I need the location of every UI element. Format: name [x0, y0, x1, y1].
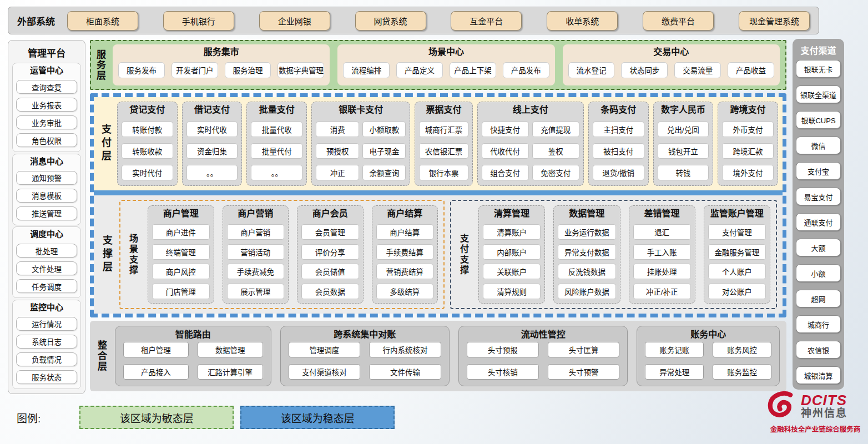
service-function-button[interactable]: 流水登记 — [568, 62, 615, 78]
service-function-button[interactable]: 状态同步 — [621, 62, 668, 78]
support-function-button[interactable]: 个人账户 — [708, 264, 766, 279]
payment-function-button[interactable]: 银行本票 — [419, 165, 468, 180]
payment-channel-button[interactable]: 微信 — [796, 137, 841, 154]
service-function-button[interactable]: 产品定义 — [396, 62, 443, 78]
payment-function-button[interactable]: 主扫支付 — [593, 122, 644, 137]
support-function-button[interactable]: 多级结算 — [376, 284, 434, 299]
payment-channel-button[interactable]: 超网 — [796, 290, 841, 307]
integration-function-button[interactable]: 行内系统核对 — [369, 342, 441, 357]
integration-function-button[interactable]: 账务记账 — [645, 342, 704, 357]
payment-function-button[interactable]: 电子现金 — [362, 143, 406, 159]
payment-function-button[interactable]: 预授权 — [316, 143, 359, 159]
management-menu-button[interactable]: 业务审批 — [16, 115, 77, 129]
support-function-button[interactable]: 业务运行数据 — [558, 224, 615, 240]
support-function-button[interactable]: 手工入账 — [633, 244, 691, 260]
payment-function-button[interactable]: 批量代收 — [251, 122, 302, 137]
external-system-button[interactable]: 网贷系统 — [355, 11, 426, 31]
payment-function-button[interactable]: 批量代付 — [251, 143, 302, 159]
payment-function-button[interactable]: 转账收款 — [122, 143, 173, 159]
integration-function-button[interactable]: 租户管理 — [123, 342, 189, 357]
service-function-button[interactable]: 产品发布 — [503, 62, 549, 78]
payment-channel-button[interactable]: 城银清算 — [796, 366, 841, 384]
support-function-button[interactable]: 清算账户 — [483, 224, 541, 240]
management-menu-button[interactable]: 服务状态 — [16, 370, 77, 384]
external-system-button[interactable]: 现金管理系统 — [739, 11, 810, 31]
payment-function-button[interactable]: 鉴权 — [532, 143, 579, 159]
support-function-button[interactable]: 商户营销 — [227, 224, 285, 240]
support-function-button[interactable]: 终端管理 — [152, 244, 210, 260]
payment-channel-button[interactable]: 大额 — [796, 239, 841, 256]
support-function-button[interactable]: 展示管理 — [227, 284, 285, 299]
integration-function-button[interactable]: 数据管理 — [198, 342, 263, 357]
external-system-button[interactable]: 柜面系统 — [67, 11, 138, 31]
integration-function-button[interactable]: 头寸预报 — [467, 342, 539, 357]
support-function-button[interactable]: 评价分享 — [301, 244, 359, 260]
payment-function-button[interactable]: 实时代付 — [122, 165, 173, 180]
payment-function-button[interactable]: 兑出/兑回 — [658, 122, 709, 137]
support-function-button[interactable]: 商户结算 — [376, 224, 434, 240]
support-function-button[interactable]: 金融服务管理 — [708, 244, 766, 260]
support-function-button[interactable]: 支付管理 — [708, 224, 766, 240]
management-menu-button[interactable]: 负载情况 — [16, 352, 77, 366]
management-menu-button[interactable]: 任务调度 — [16, 279, 77, 293]
external-system-button[interactable]: 收单系统 — [547, 11, 618, 31]
payment-function-button[interactable]: 快捷支付 — [482, 122, 529, 137]
payment-function-button[interactable]: 外币支付 — [722, 122, 774, 137]
payment-function-button[interactable]: 被扫支付 — [593, 143, 644, 159]
support-function-button[interactable]: 反洗钱数据 — [558, 264, 615, 279]
service-function-button[interactable]: 流程编排 — [343, 62, 390, 78]
service-function-button[interactable]: 产品上下架 — [450, 62, 496, 78]
service-function-button[interactable]: 产品收益 — [728, 62, 774, 78]
payment-function-button[interactable]: 免密支付 — [532, 165, 579, 180]
external-system-button[interactable]: 企业网银 — [259, 11, 330, 31]
payment-channel-button[interactable]: 城商行 — [796, 315, 841, 333]
payment-function-button[interactable]: 退货/撤销 — [593, 165, 644, 180]
management-menu-button[interactable]: 推送管理 — [16, 206, 77, 220]
payment-channel-button[interactable]: 银联无卡 — [796, 60, 841, 78]
support-function-button[interactable]: 会员管理 — [301, 224, 359, 240]
integration-function-button[interactable]: 管理调度 — [289, 342, 361, 357]
support-function-button[interactable]: 营销活动 — [227, 244, 285, 260]
integration-function-button[interactable]: 头寸匡算 — [548, 342, 620, 357]
service-function-button[interactable]: 开发者门户 — [171, 62, 218, 78]
support-function-button[interactable]: 对公账户 — [708, 284, 766, 299]
payment-channel-button[interactable]: 支付宝 — [796, 162, 841, 180]
support-function-button[interactable]: 手续费结算 — [376, 244, 434, 260]
service-function-button[interactable]: 服务发布 — [118, 62, 165, 78]
payment-function-button[interactable]: 。。 — [186, 165, 238, 180]
payment-function-button[interactable]: 转账付款 — [122, 122, 173, 137]
payment-function-button[interactable]: 代收代付 — [482, 143, 529, 159]
support-function-button[interactable]: 营销费结算 — [376, 264, 434, 279]
external-system-button[interactable]: 互金平台 — [451, 11, 522, 31]
management-menu-button[interactable]: 批处理 — [16, 244, 77, 258]
payment-function-button[interactable]: 充值提现 — [532, 122, 579, 137]
payment-function-button[interactable]: 转钱 — [658, 165, 709, 180]
support-function-button[interactable]: 手续费减免 — [227, 264, 285, 279]
management-menu-button[interactable]: 查询查复 — [16, 80, 77, 94]
integration-function-button[interactable]: 账务监控 — [713, 364, 771, 380]
integration-function-button[interactable]: 账务风控 — [713, 342, 771, 357]
payment-function-button[interactable]: 境外支付 — [722, 165, 774, 180]
support-function-button[interactable]: 退汇 — [633, 224, 691, 240]
support-function-button[interactable]: 门店管理 — [152, 284, 210, 299]
external-system-button[interactable]: 手机银行 — [163, 11, 234, 31]
external-system-button[interactable]: 缴费平台 — [643, 11, 714, 31]
payment-channel-button[interactable]: 银联CUPS — [796, 111, 841, 129]
integration-function-button[interactable]: 头寸核销 — [467, 364, 539, 380]
payment-function-button[interactable]: 余额查询 — [362, 165, 406, 180]
payment-function-button[interactable]: 城商行汇票 — [419, 122, 468, 137]
payment-function-button[interactable]: 消费 — [316, 122, 359, 137]
integration-function-button[interactable]: 汇路计算引擎 — [198, 364, 263, 380]
support-function-button[interactable]: 冲正/补正 — [633, 284, 691, 299]
support-function-button[interactable]: 商户风控 — [152, 264, 210, 279]
management-menu-button[interactable]: 角色权限 — [16, 133, 77, 147]
management-menu-button[interactable]: 业务报表 — [16, 98, 77, 112]
management-menu-button[interactable]: 消息模板 — [16, 189, 77, 203]
management-menu-button[interactable]: 文件处理 — [16, 261, 77, 275]
payment-function-button[interactable]: 。。 — [251, 165, 302, 180]
support-function-button[interactable]: 风险账户数据 — [558, 284, 615, 299]
service-function-button[interactable]: 数据字典管理 — [277, 62, 324, 78]
support-function-button[interactable]: 挂账处理 — [633, 264, 691, 279]
support-function-button[interactable]: 会员数据 — [301, 284, 359, 299]
integration-function-button[interactable]: 文件传输 — [369, 364, 441, 380]
